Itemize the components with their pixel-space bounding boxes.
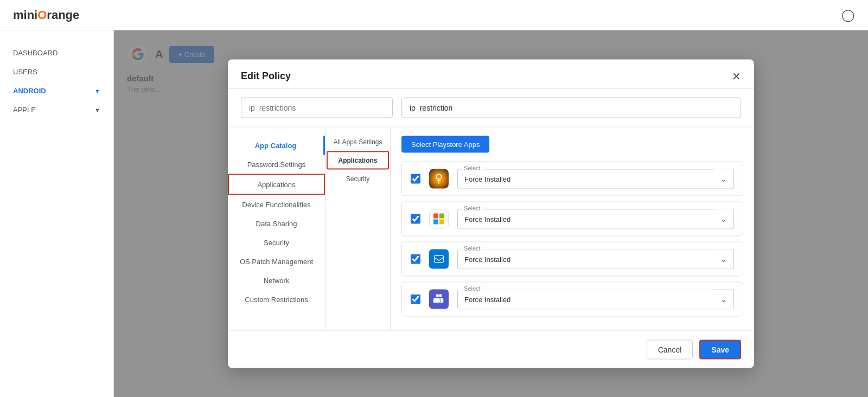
sidebar-item-users[interactable]: USERS bbox=[0, 62, 113, 81]
select-expand-vpn[interactable]: ⌄ bbox=[714, 169, 734, 189]
select-expand-teams[interactable]: ⌄ bbox=[714, 289, 734, 310]
svg-rect-2 bbox=[439, 214, 444, 219]
app-select-group-vpn: Select Force Installed Available Blocked… bbox=[457, 169, 734, 189]
edit-policy-dialog: Edit Policy ✕ App Catalog bbox=[228, 60, 754, 368]
dialog-nav-os-patch[interactable]: OS Patch Management bbox=[228, 252, 325, 271]
app-select-ms365[interactable]: Force Installed Available Blocked bbox=[457, 209, 714, 229]
app-checkbox-vpn[interactable] bbox=[411, 174, 420, 184]
app-select-group-teams: Select Force Installed Available Blocked… bbox=[457, 289, 734, 310]
select-label-group-ms365: Select Force Installed Available Blocked bbox=[457, 209, 714, 229]
dialog-sub-nav-security[interactable]: Security bbox=[326, 171, 390, 187]
dialog-nav-data-sharing[interactable]: Data Sharing bbox=[228, 214, 325, 233]
app-icon-ms365 bbox=[429, 209, 449, 229]
save-button[interactable]: Save bbox=[699, 340, 741, 360]
left-sidebar: DASHBOARD USERS ANDROID ▼ APPLE ▼ bbox=[0, 30, 114, 397]
dialog-nav-applications[interactable]: Applications bbox=[228, 174, 325, 195]
dialog-body: App Catalog Password Settings Applicatio… bbox=[228, 127, 754, 331]
select-label-group-teams: Select Force Installed Available Blocked bbox=[457, 289, 714, 309]
sidebar-item-android[interactable]: ANDROID ▼ bbox=[0, 81, 113, 100]
top-navbar: miniOrange ◯ bbox=[0, 0, 868, 30]
policy-value-input[interactable] bbox=[401, 98, 741, 118]
dialog-sub-nav: All Apps Settings Applications Security bbox=[326, 127, 391, 331]
dialog-nav-network[interactable]: Network bbox=[228, 271, 325, 290]
sidebar-item-dashboard[interactable]: DASHBOARD bbox=[0, 43, 113, 62]
select-label-vpn: Select bbox=[462, 164, 483, 171]
app-row-ms365: Select Force Installed Available Blocked… bbox=[401, 202, 743, 236]
dialog-footer: Cancel Save bbox=[228, 331, 754, 368]
app-select-outlook[interactable]: Force Installed Available Blocked bbox=[457, 249, 714, 269]
logo-text: miniOrange bbox=[13, 8, 79, 22]
app-row-outlook: Select Force Installed Available Blocked… bbox=[401, 242, 743, 277]
dialog-nav-app-catalog[interactable]: App Catalog bbox=[228, 136, 325, 155]
chevron-down-icon: ▼ bbox=[94, 107, 100, 113]
dialog-left-nav: App Catalog Password Settings Applicatio… bbox=[228, 127, 326, 331]
app-checkbox-teams[interactable] bbox=[411, 294, 420, 304]
logo: miniOrange bbox=[13, 8, 79, 22]
dialog-inputs bbox=[228, 89, 754, 127]
chevron-down-icon: ▼ bbox=[94, 88, 100, 94]
dialog-sub-nav-applications[interactable]: Applications bbox=[327, 151, 389, 170]
app-select-teams[interactable]: Force Installed Available Blocked bbox=[457, 289, 714, 309]
app-checkbox-outlook[interactable] bbox=[411, 254, 420, 264]
dialog-nav-password-settings[interactable]: Password Settings bbox=[228, 155, 325, 174]
select-label-group-outlook: Select Force Installed Available Blocked bbox=[457, 249, 714, 269]
app-select-group-ms365: Select Force Installed Available Blocked… bbox=[457, 209, 734, 229]
user-icon[interactable]: ◯ bbox=[841, 8, 855, 22]
dialog-nav-custom-restrictions[interactable]: Custom Restrictions bbox=[228, 290, 325, 309]
close-button[interactable]: ✕ bbox=[732, 71, 741, 81]
select-label-outlook: Select bbox=[462, 245, 483, 251]
dialog-header: Edit Policy ✕ bbox=[228, 60, 754, 89]
svg-rect-1 bbox=[433, 214, 438, 219]
dialog-nav-device-func[interactable]: Device Functionalities bbox=[228, 195, 325, 214]
app-checkbox-ms365[interactable] bbox=[411, 214, 420, 224]
select-label-ms365: Select bbox=[462, 204, 483, 211]
svg-rect-5 bbox=[435, 255, 444, 262]
policy-name-input[interactable] bbox=[241, 98, 393, 118]
app-row-teams: Select Force Installed Available Blocked… bbox=[401, 282, 743, 317]
app-select-group-outlook: Select Force Installed Available Blocked… bbox=[457, 249, 734, 270]
cancel-button[interactable]: Cancel bbox=[647, 340, 693, 360]
svg-point-0 bbox=[436, 174, 441, 179]
app-select-vpn[interactable]: Force Installed Available Blocked bbox=[457, 169, 714, 189]
content-area: A + Create default The defa... Edit bbox=[114, 30, 868, 397]
svg-rect-4 bbox=[439, 220, 444, 225]
select-label-group-vpn: Select Force Installed Available Blocked bbox=[457, 169, 714, 189]
dialog-sub-nav-all-apps[interactable]: All Apps Settings bbox=[326, 134, 390, 150]
app-row-vpn: Select Force Installed Available Blocked… bbox=[401, 162, 743, 196]
app-icon-outlook bbox=[429, 249, 449, 269]
dialog-nav-security[interactable]: Security bbox=[228, 233, 325, 252]
dialog-main-content: Select Playstore Apps bbox=[391, 127, 754, 331]
select-playstore-apps-button[interactable]: Select Playstore Apps bbox=[401, 136, 489, 153]
select-expand-ms365[interactable]: ⌄ bbox=[714, 209, 734, 229]
select-expand-outlook[interactable]: ⌄ bbox=[714, 249, 734, 270]
svg-rect-3 bbox=[433, 220, 438, 225]
dialog-title: Edit Policy bbox=[241, 71, 291, 82]
select-label-teams: Select bbox=[462, 285, 483, 291]
app-icon-teams bbox=[429, 290, 449, 309]
app-icon-vpn bbox=[429, 169, 449, 189]
sidebar-item-apple[interactable]: APPLE ▼ bbox=[0, 100, 113, 119]
